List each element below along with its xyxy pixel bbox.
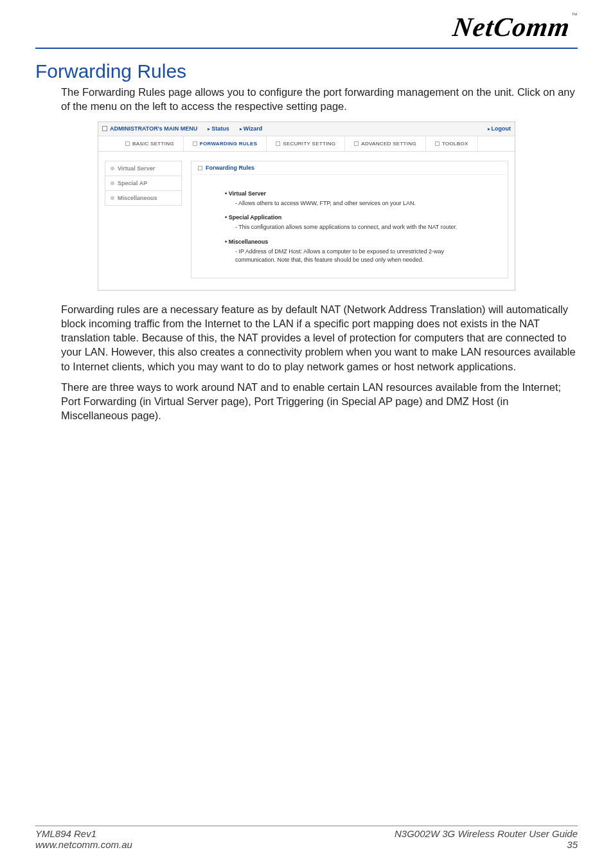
desc-virtual-server: - Allows others to access WWW, FTP, and … (235, 199, 474, 208)
main-panel: Forwarding Rules Virtual Server - Allows… (191, 161, 508, 278)
footer-guide-title: N3G002W 3G Wireless Router User Guide (395, 828, 578, 839)
logo-text: NetComm (451, 12, 573, 42)
paragraph-three-ways: There are three ways to work around NAT … (61, 380, 578, 423)
square-icon (435, 141, 440, 146)
bullet-virtual-server: Virtual Server (225, 190, 474, 197)
admin-main-menu-link[interactable]: ADMINISTRATOR's MAIN MENU (110, 125, 197, 132)
dot-icon (111, 196, 114, 200)
dot-icon (111, 167, 114, 170)
desc-special-application: - This configuration allows some applica… (235, 223, 474, 232)
square-icon (354, 141, 359, 146)
page-footer: YML894 Rev1 www.netcomm.com.au N3G002W 3… (35, 826, 578, 850)
logo: NetComm™ (453, 12, 578, 42)
logo-tm: ™ (571, 12, 578, 19)
square-icon (102, 126, 107, 131)
footer-rev: YML894 Rev1 (35, 828, 132, 839)
square-icon (276, 141, 280, 146)
tab-security-setting[interactable]: SECURITY SETTING (267, 136, 345, 151)
sidebar-item-miscellaneous[interactable]: Miscellaneous (105, 190, 182, 206)
footer-page-number: 35 (395, 839, 578, 850)
status-link[interactable]: Status (211, 125, 229, 132)
desc-miscellaneous: - IP Address of DMZ Host: Allows a compu… (235, 248, 474, 265)
page-header: NetComm™ (35, 12, 578, 49)
tab-label: SECURITY SETTING (283, 141, 335, 147)
paragraph-nat-explanation: Forwarding rules are a necessary feature… (61, 302, 578, 374)
tab-label: TOOLBOX (442, 141, 468, 147)
sidebar: Virtual Server Special AP Miscellaneous (105, 161, 182, 278)
tabs-row: BASIC SETTING FORWARDING RULES SECURITY … (98, 136, 515, 152)
logout-link[interactable]: Logout (492, 125, 511, 132)
bullet-miscellaneous: Miscellaneous (225, 239, 474, 245)
wizard-link[interactable]: Wizard (244, 125, 262, 132)
square-icon (125, 141, 130, 146)
chevron-right-icon: ▸ (208, 126, 210, 132)
dot-icon (111, 181, 114, 185)
sidebar-item-special-ap[interactable]: Special AP (105, 176, 182, 191)
chevron-right-icon: ▸ (488, 126, 490, 132)
sidebar-item-label: Miscellaneous (118, 195, 157, 201)
tab-advanced-setting[interactable]: ADVANCED SETTING (345, 136, 426, 151)
tab-basic-setting[interactable]: BASIC SETTING (116, 136, 184, 151)
admin-topbar: ADMINISTRATOR's MAIN MENU ▸ Status ▸ Wiz… (98, 122, 515, 136)
tab-forwarding-rules[interactable]: FORWARDING RULES (184, 136, 267, 151)
tab-toolbox[interactable]: TOOLBOX (426, 136, 478, 151)
tab-label: BASIC SETTING (132, 141, 174, 147)
section-heading: Forwarding Rules (35, 60, 578, 82)
square-icon (193, 141, 197, 146)
bullet-special-application: Special Application (225, 214, 474, 221)
panel-title: Forwarding Rules (191, 161, 508, 175)
panel-title-text: Forwarding Rules (206, 165, 254, 171)
router-admin-screenshot: ADMINISTRATOR's MAIN MENU ▸ Status ▸ Wiz… (98, 122, 515, 291)
intro-paragraph: The Forwarding Rules page allows you to … (61, 85, 578, 114)
square-icon (198, 166, 202, 170)
chevron-right-icon: ▸ (240, 126, 242, 132)
sidebar-item-virtual-server[interactable]: Virtual Server (105, 161, 182, 176)
tab-label: FORWARDING RULES (200, 141, 258, 147)
footer-url: www.netcomm.com.au (35, 839, 132, 850)
sidebar-item-label: Virtual Server (118, 165, 155, 172)
sidebar-item-label: Special AP (118, 180, 147, 186)
tab-label: ADVANCED SETTING (361, 141, 416, 147)
